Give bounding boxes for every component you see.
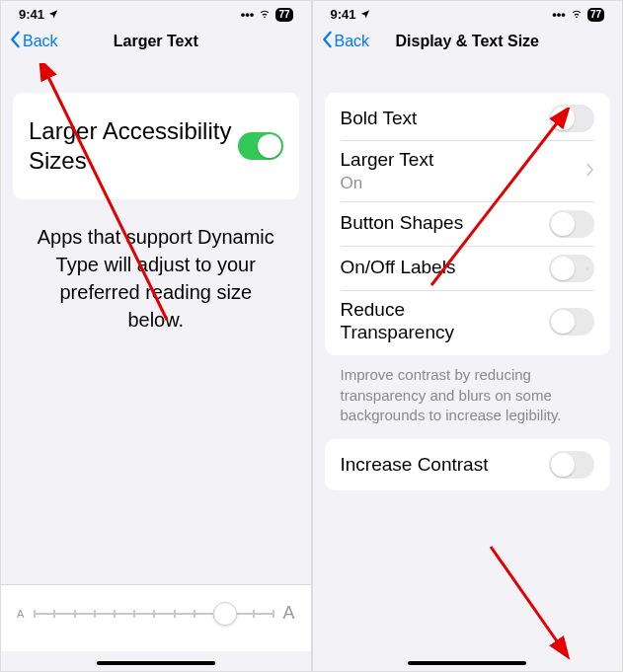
status-time: 9:41 bbox=[19, 7, 44, 22]
wifi-icon bbox=[570, 7, 584, 22]
onoff-labels-row[interactable]: On/Off Labels ◦ bbox=[341, 247, 595, 291]
signal-dots-icon: ••• bbox=[552, 7, 566, 22]
text-size-slider[interactable] bbox=[34, 613, 273, 615]
annotation-arrow bbox=[481, 537, 609, 665]
chevron-right-icon bbox=[586, 161, 594, 182]
reduce-transparency-toggle[interactable] bbox=[549, 308, 594, 336]
svg-line-2 bbox=[491, 547, 560, 645]
bold-text-row[interactable]: Bold Text bbox=[341, 97, 595, 141]
location-icon bbox=[360, 7, 370, 22]
back-label: Back bbox=[335, 33, 370, 50]
wifi-icon bbox=[258, 7, 272, 22]
back-label: Back bbox=[23, 33, 58, 50]
navigation-bar: Back Display & Text Size bbox=[313, 24, 623, 63]
reduce-transparency-row[interactable]: Reduce Transparency bbox=[341, 291, 595, 352]
help-text: Apps that support Dynamic Type will adju… bbox=[13, 199, 299, 357]
onoff-labels-toggle[interactable]: ◦ bbox=[549, 255, 594, 282]
reduce-transparency-label: Reduce Transparency bbox=[341, 299, 518, 344]
battery-icon: 77 bbox=[587, 8, 604, 22]
status-bar: 9:41 ••• 77 bbox=[1, 1, 311, 24]
larger-text-screen: 9:41 ••• 77 Back Larger Text bbox=[0, 0, 312, 672]
larger-text-row[interactable]: Larger Text On bbox=[341, 141, 595, 202]
chevron-left-icon bbox=[321, 31, 333, 52]
button-shapes-row[interactable]: Button Shapes bbox=[341, 202, 595, 247]
accessibility-sizes-card: Larger Accessibility Sizes bbox=[13, 93, 299, 199]
onoff-labels-label: On/Off Labels bbox=[341, 257, 456, 279]
status-bar: 9:41 ••• 77 bbox=[313, 1, 623, 24]
battery-icon: 77 bbox=[275, 8, 292, 22]
navigation-bar: Back Larger Text bbox=[1, 24, 311, 63]
group-footer-text: Improve contrast by reducing transparenc… bbox=[325, 355, 611, 435]
status-time: 9:41 bbox=[331, 7, 356, 22]
larger-text-label: Larger Text bbox=[341, 149, 434, 172]
button-shapes-toggle[interactable] bbox=[549, 210, 594, 238]
home-indicator[interactable] bbox=[97, 661, 215, 665]
slider-min-label: A bbox=[17, 608, 24, 620]
back-button[interactable]: Back bbox=[321, 31, 370, 52]
location-icon bbox=[48, 7, 58, 22]
larger-sizes-label: Larger Accessibility Sizes bbox=[29, 116, 238, 176]
home-indicator[interactable] bbox=[408, 661, 526, 665]
settings-group-1: Bold Text Larger Text On Button Shapes bbox=[325, 93, 611, 355]
slider-max-label: A bbox=[282, 603, 294, 624]
increase-contrast-row[interactable]: Increase Contrast bbox=[341, 443, 595, 486]
increase-contrast-label: Increase Contrast bbox=[341, 454, 489, 477]
back-button[interactable]: Back bbox=[9, 31, 58, 52]
larger-sizes-toggle[interactable] bbox=[238, 132, 283, 160]
bold-text-toggle[interactable] bbox=[549, 105, 594, 132]
chevron-left-icon bbox=[9, 31, 21, 52]
increase-contrast-toggle[interactable] bbox=[549, 451, 594, 479]
text-size-slider-panel: A A bbox=[1, 584, 311, 651]
display-text-size-screen: 9:41 ••• 77 Back Display & Text Size bbox=[312, 0, 624, 672]
signal-dots-icon: ••• bbox=[241, 7, 255, 22]
button-shapes-label: Button Shapes bbox=[341, 212, 464, 235]
settings-group-2: Increase Contrast bbox=[325, 439, 611, 490]
larger-text-state: On bbox=[341, 174, 434, 193]
bold-text-label: Bold Text bbox=[341, 108, 418, 130]
